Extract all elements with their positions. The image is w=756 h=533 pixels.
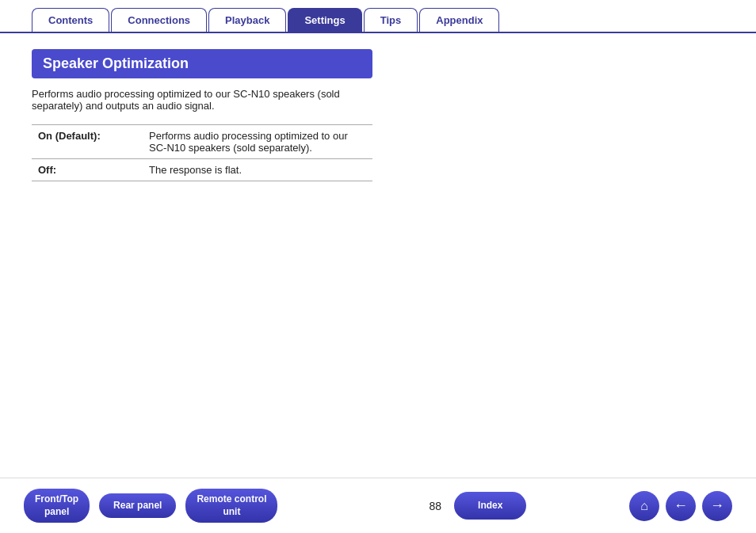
nav-tabs: Contents Connections Playback Settings T…: [0, 0, 756, 33]
footer: Front/Top panel Rear panel Remote contro…: [0, 478, 756, 533]
tab-connections[interactable]: Connections: [111, 8, 207, 32]
row-value-on: Performs audio processing optimized to o…: [143, 125, 372, 159]
settings-table: On (Default): Performs audio processing …: [32, 124, 372, 181]
index-button[interactable]: Index: [454, 492, 526, 520]
tab-appendix[interactable]: Appendix: [419, 8, 499, 32]
forward-icon: →: [710, 497, 724, 514]
back-icon: ←: [674, 497, 688, 514]
tab-settings[interactable]: Settings: [288, 8, 361, 32]
main-content: Speaker Optimization Performs audio proc…: [0, 33, 756, 197]
footer-right: ⌂ ← →: [629, 491, 732, 521]
table-row: On (Default): Performs audio processing …: [32, 125, 372, 159]
rear-panel-button[interactable]: Rear panel: [99, 493, 176, 519]
remote-control-button[interactable]: Remote control unit: [185, 489, 277, 523]
intro-text: Performs audio processing optimized to o…: [32, 88, 372, 112]
tab-tips[interactable]: Tips: [364, 8, 418, 32]
back-button[interactable]: ←: [666, 491, 696, 521]
tab-playback[interactable]: Playback: [208, 8, 286, 32]
row-value-off: The response is flat.: [143, 159, 372, 181]
front-top-panel-button[interactable]: Front/Top panel: [24, 489, 90, 523]
table-row: Off: The response is flat.: [32, 159, 372, 181]
home-icon: ⌂: [640, 499, 648, 513]
footer-center: 88 Index: [326, 492, 629, 520]
page-number: 88: [430, 500, 442, 512]
home-button[interactable]: ⌂: [629, 491, 659, 521]
forward-button[interactable]: →: [702, 491, 732, 521]
footer-left: Front/Top panel Rear panel Remote contro…: [24, 489, 326, 523]
tab-contents[interactable]: Contents: [32, 8, 109, 32]
row-label-on: On (Default):: [32, 125, 143, 159]
section-title: Speaker Optimization: [32, 49, 372, 78]
row-label-off: Off:: [32, 159, 143, 181]
